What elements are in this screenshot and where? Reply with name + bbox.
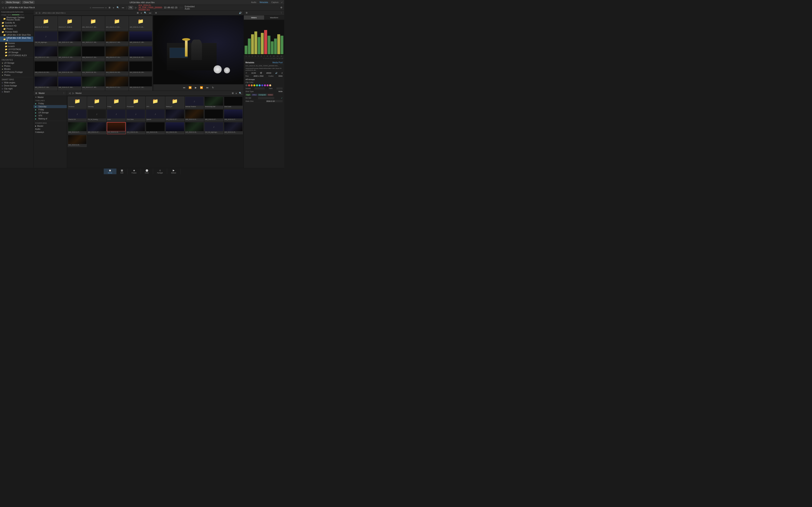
tl-item-friday[interactable]: ▶ Friday <box>34 102 67 105</box>
nav-forward-icon[interactable]: ▷ <box>5 6 8 9</box>
tl-clip-a14-5[interactable]: A15_2016-01-28... <box>185 122 204 134</box>
timecode-options-icon[interactable]: ⋮⋮ <box>179 6 184 9</box>
media-thumb-video10[interactable]: A08_2016-01-28, 000... <box>34 61 57 76</box>
tl-clip-first-class[interactable]: ♪ First Class <box>126 109 145 121</box>
sidebar-item-ursa-short-film[interactable]: 📁 URSA Mini 4.6K Short Film <box>0 34 33 37</box>
tl-clip-spaces[interactable]: ♪ Spaces <box>146 109 165 121</box>
tl-power-bin-master[interactable]: ▶ Master <box>34 124 67 127</box>
media-thumb-video13[interactable]: A14_2016-01-28, 225... <box>105 61 129 76</box>
media-thumb-video1[interactable]: A01_2015-12-17, 183... <box>58 31 81 46</box>
color-dot-pink[interactable] <box>266 84 268 87</box>
tl-clip-end-creds[interactable]: End Creds <box>224 97 243 109</box>
tl-clip-a08-3[interactable]: A08_2016-01-27... <box>204 109 223 121</box>
preview-rw-button[interactable]: ⏪ <box>188 86 193 90</box>
tl-clip-making-of[interactable]: 📁 Making of <box>165 97 184 109</box>
tl-clip-friday[interactable]: 📁 Friday <box>107 97 125 109</box>
play-icon[interactable]: ▷ <box>135 6 137 9</box>
tl-clip-saturday[interactable]: 📁 Saturday <box>87 97 106 109</box>
nav-item-fusion[interactable]: ◈ Fusion <box>128 169 141 174</box>
sidebar-item-blackmagic[interactable]: 📁 Blackmagic DaVinci Resolve Studio <box>0 16 33 21</box>
sidebar-item-lr-storage[interactable]: 📁 LR Storage <box>0 51 33 54</box>
tl-clip-a14-selected[interactable]: A14_2016-01-28... <box>107 122 125 134</box>
tl-list-view-icon[interactable]: ≡ <box>235 92 238 95</box>
check-icon[interactable]: ✓ <box>281 97 283 99</box>
preview-skip-end-button[interactable]: ⏭ <box>205 86 209 90</box>
tl-clip-acne[interactable]: ♪ Acne <box>107 109 125 121</box>
tl-item-processed[interactable]: ▶ LR Storage <box>34 111 67 114</box>
nav-item-deliver[interactable]: ▶ Deliver <box>167 169 181 174</box>
scene-input[interactable] <box>255 88 265 90</box>
tl-clip-fb-flowing[interactable]: ♪ FB_full_flowing... <box>87 109 106 121</box>
favorite-movies[interactable]: ★ Movies <box>0 67 33 70</box>
color-dot-blue[interactable] <box>261 84 263 87</box>
media-thumb-video2[interactable]: A01_2015-12-17, 190... <box>82 31 105 46</box>
media-thumb-video19[interactable]: A08_2016-01-27, 230... <box>129 76 152 91</box>
media-storage-button[interactable]: Media Storage <box>5 1 21 4</box>
media-thumb-video8[interactable]: A08_2016-01-27, 211... <box>105 46 129 61</box>
media-thumb-folder4[interactable]: 📁 A03_2016-01-27,224... <box>105 16 129 31</box>
tl-clip-a14-2[interactable]: A14_2016-01-28... <box>126 122 145 134</box>
tl-item-friday2[interactable]: ▶ Friday <box>34 108 67 111</box>
sidebar-item-godzilla[interactable]: 📁 Godzilla 4k <box>0 21 33 24</box>
media-grid-nav-back[interactable]: ◁ <box>35 11 38 14</box>
tl-clip-vfx[interactable]: 📁 VFX <box>146 97 165 109</box>
color-dot-yellow[interactable] <box>253 84 255 87</box>
tag-computer[interactable]: Computer <box>258 94 266 96</box>
metadata-button[interactable]: Metadata <box>259 1 269 4</box>
tl-clip-processed[interactable]: 📁 Processed <box>126 97 145 109</box>
tl-grid-view-icon[interactable]: ⊞ <box>231 92 234 95</box>
media-thumb-video3[interactable]: A01_2015-12-17, 193... <box>105 31 129 46</box>
right-panel-more[interactable]: ⋮ <box>280 11 283 14</box>
media-thumb-folder1[interactable]: 📁 2016-01-27, 22:23:12 <box>34 16 57 31</box>
color-dot-orange[interactable] <box>251 84 253 87</box>
preview-ff-button[interactable]: ⏩ <box>199 86 204 90</box>
tag-indoor[interactable]: Indoor <box>267 94 274 96</box>
tl-clip-a08-6[interactable]: A08_2016-01-27... <box>87 122 106 134</box>
clone-tool-button[interactable]: Clone Tool <box>22 1 35 4</box>
tl-item-vfx[interactable]: ▶ VFX <box>34 114 67 117</box>
media-grid-list-icon[interactable]: ≡ <box>140 11 143 14</box>
preview-play-button[interactable]: ▶ <box>194 86 198 90</box>
tl-clip-final-to-col[interactable]: ♪ Final to Col <box>68 109 87 121</box>
tl-clip-a03-1[interactable]: A03_2016-01-25... <box>224 122 243 134</box>
preview-loop-button[interactable]: ↻ <box>211 86 215 90</box>
sidebar-item-ursa-short-film-a[interactable]: 📁 URSA Mini 4.6K Short Film A <box>0 37 33 42</box>
more-options-icon[interactable]: ••• <box>121 6 125 9</box>
media-thumb-video15[interactable]: A03_2016-01-27, 226... <box>34 76 57 91</box>
tl-subitem-cutaways[interactable]: Cutaways <box>34 130 67 134</box>
audio-button[interactable]: Audio <box>250 1 257 4</box>
on-set-input[interactable] <box>258 97 274 99</box>
media-thumb-video4[interactable]: A05_2016-01-27, 195... <box>129 31 152 46</box>
sidebar-item-photos[interactable]: 📁 Photos <box>0 27 33 31</box>
grid-view-icon[interactable]: ⊞ <box>108 6 111 9</box>
preview-vol-icon[interactable]: 🔊 <box>238 11 242 14</box>
media-thumb-video16[interactable]: A08_2016-01-27, 304... <box>58 76 81 91</box>
media-pool-label[interactable]: Media Pool <box>272 61 283 64</box>
maximize-icon[interactable]: ⤢ <box>281 1 283 3</box>
favorite-lrprocess[interactable]: ★ LR-Process Footage <box>0 70 33 74</box>
tl-search-icon[interactable]: 🔍 <box>238 92 242 95</box>
tl-clip-a03-2[interactable]: A03_2016-01-25... <box>68 135 87 147</box>
tl-nav-fwd[interactable]: ▷ <box>72 92 75 95</box>
tag-office[interactable]: Office <box>252 94 257 96</box>
media-thumb-video18[interactable]: A08_2016-01-27, 211... <box>105 76 129 91</box>
tl-clip-a14-3[interactable]: A14_2016-01-28... <box>146 122 165 134</box>
list-view-icon[interactable]: ≡ <box>112 6 115 9</box>
take-input[interactable] <box>276 88 283 90</box>
search-icon[interactable]: 🔍 <box>116 6 120 9</box>
waveform-tab[interactable]: Waveform <box>264 15 285 20</box>
tl-clip-a08-5[interactable]: A08_2016-01-27... <box>68 122 87 134</box>
preview-skip-start-button[interactable]: ⏮ <box>182 86 186 90</box>
media-thumb-video17[interactable]: A08_2016-01-27, 365... <box>82 76 105 91</box>
tl-clip-a14-4[interactable]: A14_2016-01-28... <box>165 122 184 134</box>
sidebar-item-scenes[interactable]: 📁 Scenes <box>0 42 33 45</box>
preview-settings-icon[interactable]: ⚙ <box>154 11 157 14</box>
nav-item-media[interactable]: ◼ Media <box>104 169 116 174</box>
media-thumb-folder2[interactable]: 📁 2016-01-27, 23:08:41 <box>58 16 81 31</box>
tl-more-icon[interactable]: ⋮ <box>62 92 65 95</box>
media-thumb-video11[interactable]: A14_2016-01-28, 215... <box>58 61 81 76</box>
nav-item-fairlight[interactable]: ♫ Fairlight <box>153 169 167 174</box>
color-dot-purple[interactable] <box>264 84 266 87</box>
media-grid-more-icon[interactable]: ••• <box>148 11 152 14</box>
tl-clip-a08-2[interactable]: A08_2016-01-31... <box>185 109 204 121</box>
